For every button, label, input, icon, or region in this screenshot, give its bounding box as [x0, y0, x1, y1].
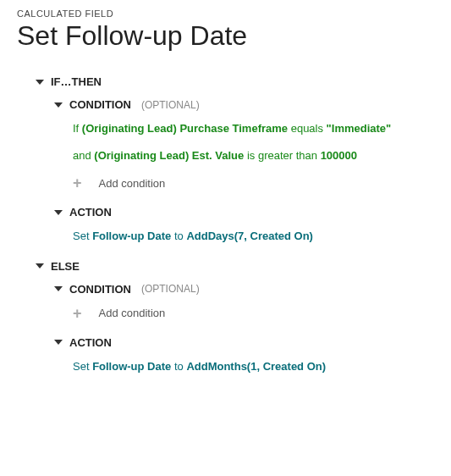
action-to: to: [171, 360, 186, 373]
action-label: ACTION: [69, 206, 112, 219]
ifthen-action-header[interactable]: ACTION: [54, 206, 434, 219]
ifthen-action-block: ACTION Set Follow-up Date to AddDays(7, …: [54, 206, 434, 244]
else-action-block: ACTION Set Follow-up Date to AddMonths(1…: [54, 336, 434, 374]
action-label: ACTION: [69, 336, 112, 349]
optional-label: (OPTIONAL): [141, 99, 200, 111]
ifthen-header[interactable]: IF…THEN: [36, 75, 434, 88]
add-condition-button[interactable]: + Add condition: [73, 306, 434, 321]
cond-op: equals: [288, 122, 327, 135]
caret-down-icon: [54, 340, 63, 345]
caret-down-icon: [36, 80, 44, 85]
action-field: Follow-up Date: [92, 230, 171, 242]
action-line[interactable]: Set Follow-up Date to AddDays(7, Created…: [73, 229, 434, 244]
condition-line-2[interactable]: and (Originating Lead) Est. Value is gre…: [73, 148, 434, 163]
action-line[interactable]: Set Follow-up Date to AddMonths(1, Creat…: [73, 359, 434, 374]
plus-icon: +: [73, 175, 82, 191]
action-func: AddDays(7, Created On): [186, 230, 313, 242]
cond-prefix: and: [73, 149, 94, 162]
ifthen-condition-header[interactable]: CONDITION (OPTIONAL): [54, 98, 434, 111]
cond-prefix: If: [73, 122, 82, 135]
action-to: to: [171, 230, 186, 242]
caret-down-icon: [54, 102, 63, 108]
action-prefix: Set: [73, 230, 92, 242]
condition-label: CONDITION: [69, 98, 131, 111]
optional-label: (OPTIONAL): [141, 283, 200, 295]
else-action-header[interactable]: ACTION: [54, 336, 434, 349]
cond-value: 100000: [321, 149, 357, 162]
ifthen-condition-block: CONDITION (OPTIONAL) If (Originating Lea…: [54, 98, 434, 191]
else-condition-header[interactable]: CONDITION (OPTIONAL): [54, 283, 434, 296]
cond-field: (Originating Lead) Est. Value: [94, 149, 244, 162]
else-condition-block: CONDITION (OPTIONAL) + Add condition: [54, 283, 434, 321]
add-condition-button[interactable]: + Add condition: [73, 175, 434, 191]
action-func: AddMonths(1, Created On): [186, 360, 326, 373]
cond-op: is greater than: [244, 149, 320, 162]
else-label: ELSE: [51, 260, 80, 273]
page-title: Set Follow-up Date: [17, 20, 434, 52]
caret-down-icon: [54, 286, 63, 291]
else-block: ELSE CONDITION (OPTIONAL) + Add conditio…: [36, 260, 434, 374]
header-label: CALCULATED FIELD: [17, 8, 434, 19]
plus-icon: +: [73, 306, 82, 321]
cond-field: (Originating Lead) Purchase Timeframe: [82, 122, 288, 135]
ifthen-label: IF…THEN: [51, 75, 102, 88]
ifthen-block: IF…THEN CONDITION (OPTIONAL) If (Origina…: [36, 75, 434, 245]
condition-line-1[interactable]: If (Originating Lead) Purchase Timeframe…: [73, 121, 434, 136]
action-field: Follow-up Date: [92, 360, 171, 373]
action-prefix: Set: [73, 360, 92, 373]
caret-down-icon: [54, 210, 63, 215]
else-header[interactable]: ELSE: [36, 260, 434, 273]
cond-value: "Immediate": [327, 122, 392, 135]
add-condition-label: Add condition: [99, 307, 166, 319]
caret-down-icon: [36, 263, 44, 268]
add-condition-label: Add condition: [99, 177, 166, 190]
condition-label: CONDITION: [69, 283, 131, 296]
